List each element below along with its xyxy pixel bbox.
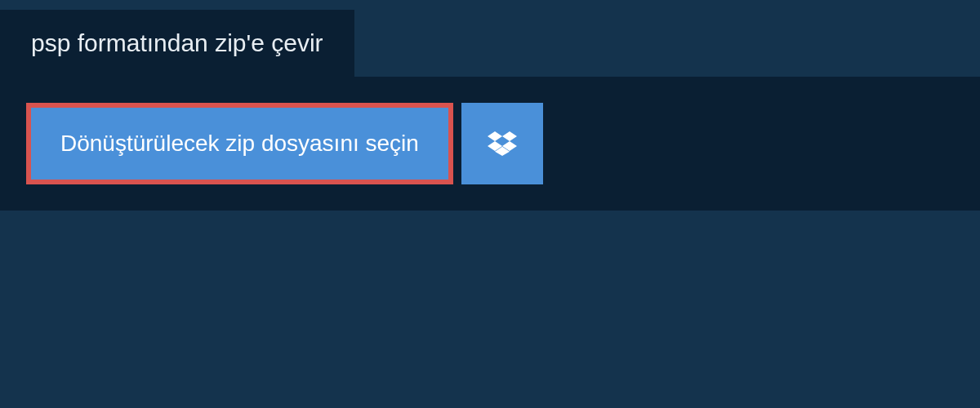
select-file-label: Dönüştürülecek zip dosyasını seçin: [60, 131, 419, 157]
main-panel: Dönüştürülecek zip dosyasını seçin: [0, 77, 980, 211]
select-file-button[interactable]: Dönüştürülecek zip dosyasını seçin: [26, 103, 453, 184]
header-tab: psp formatından zip'e çevir: [0, 10, 354, 77]
dropbox-button[interactable]: [461, 103, 543, 184]
button-row: Dönüştürülecek zip dosyasını seçin: [26, 103, 954, 184]
page-title: psp formatından zip'e çevir: [31, 29, 323, 57]
dropbox-icon: [488, 129, 517, 158]
